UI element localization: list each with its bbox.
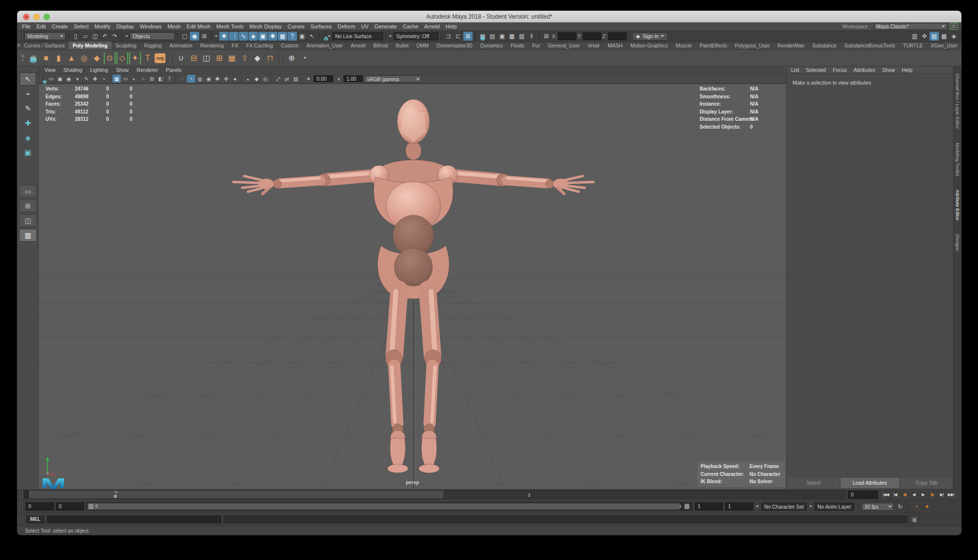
gate-mask-icon[interactable]: ○ <box>139 75 147 83</box>
toggle-attribute-editor-icon[interactable]: ▦ <box>939 32 949 41</box>
ipr-render-icon[interactable]: ▣ <box>498 32 507 41</box>
extrude-icon[interactable]: ⇧ <box>239 51 250 65</box>
multi-cut-grid-icon[interactable]: ⊞ <box>213 51 225 65</box>
select-tool[interactable]: ↖ <box>20 72 36 86</box>
mask-unknown-icon[interactable]: ? <box>288 32 297 41</box>
ae-copy-tab-button[interactable]: Copy Tab <box>900 478 953 488</box>
sculpt-tool-icon[interactable]: ◔ <box>298 51 310 65</box>
ae-menu-item[interactable]: Focus <box>829 67 850 74</box>
command-line-grip[interactable] <box>19 515 23 523</box>
shadows-icon[interactable]: ✜ <box>222 75 230 83</box>
poly-disc-icon[interactable]: ⊙ <box>104 52 115 64</box>
mirror-icon[interactable]: ◫ <box>201 51 212 65</box>
layout-persp-outliner[interactable]: ▥ <box>19 229 37 242</box>
status-line-grip[interactable] <box>19 32 23 40</box>
shelf-tab[interactable]: Curves / Surfaces <box>20 42 68 49</box>
auto-keyframe-icon[interactable]: ✦ <box>923 503 932 510</box>
chevron-down-icon[interactable] <box>215 35 218 37</box>
ae-load-attributes-button[interactable]: Load Attributes <box>841 478 899 488</box>
isolate-select-icon[interactable]: ◒ <box>244 75 252 83</box>
symmetry-field[interactable]: Symmetry: Off <box>393 32 438 40</box>
z-input[interactable] <box>608 32 627 40</box>
anim-layer-selector[interactable]: No Anim Layer <box>815 503 854 511</box>
layout-four-pane[interactable]: ⊞ <box>19 200 37 212</box>
go-to-start-button[interactable]: |◀◀ <box>881 491 890 499</box>
shelf-tab[interactable]: General_User <box>544 42 584 49</box>
play-forwards-button[interactable]: ▶ <box>918 491 928 499</box>
playback-end-field[interactable]: 1 <box>695 502 723 511</box>
view-transform-selector[interactable]: sRGB gamma <box>364 75 422 83</box>
chevron-down-icon[interactable] <box>125 35 128 37</box>
menu-item[interactable]: Modify <box>91 22 113 31</box>
chevron-down-icon[interactable]: ▼ <box>755 504 759 509</box>
layout-single-pane[interactable]: ▭ <box>19 185 37 198</box>
ae-menu-item[interactable]: Show <box>879 67 898 74</box>
range-start-handle[interactable] <box>89 504 93 509</box>
poly-plane-icon[interactable]: ◆ <box>91 51 103 65</box>
titlebar[interactable]: Autodesk Maya 2018 - Student Version: un… <box>17 11 961 22</box>
quad-draw-icon[interactable]: ▱ <box>27 53 39 66</box>
y-input[interactable] <box>583 32 601 40</box>
workspace-lock-icon[interactable]: ⚿ <box>950 23 957 30</box>
mask-surfaces-icon[interactable]: ∿ <box>239 32 248 41</box>
shelf-tab[interactable]: Animation_User <box>302 42 347 49</box>
menu-item[interactable]: Curves <box>285 22 308 31</box>
save-scene-icon[interactable]: ◫ <box>91 32 100 41</box>
shelf-tab[interactable]: nHair <box>584 42 604 49</box>
redo-icon[interactable]: ↷ <box>110 32 119 41</box>
menu-item[interactable]: Cache <box>400 22 421 31</box>
command-input[interactable] <box>47 515 221 523</box>
rotate-tool[interactable]: ◈ <box>20 131 36 144</box>
oblique-icon[interactable]: ⌁ <box>100 75 108 83</box>
textured-icon[interactable]: ◉ <box>205 75 213 83</box>
select-component-icon[interactable]: ⊞ <box>200 32 209 41</box>
shelf-tab[interactable]: Substance <box>808 42 841 49</box>
highlight-selection-icon[interactable]: ↖ <box>307 32 317 41</box>
mask-dynamics-icon[interactable]: ▣ <box>258 32 268 41</box>
absolute-relative-icon[interactable]: ⊞ <box>542 32 551 41</box>
poly-cylinder-icon[interactable]: ▮ <box>53 51 65 65</box>
super-ellipse-icon[interactable]: ✦ <box>129 52 141 64</box>
menu-item[interactable]: Edit <box>34 22 49 31</box>
menu-item[interactable]: Edit Mesh <box>183 22 213 31</box>
field-chart-icon[interactable]: ⊞ <box>148 75 156 83</box>
menu-item[interactable]: Create <box>49 22 71 31</box>
wireframe-on-shaded-icon[interactable]: ◍ <box>196 75 204 83</box>
toggle-modeling-toolkit-icon[interactable]: ▥ <box>910 32 919 41</box>
shelf-tab[interactable]: Bullet <box>392 42 412 49</box>
hypershade-icon[interactable]: ▨ <box>517 32 526 41</box>
workspace-selector[interactable]: Maya Classic* <box>874 23 947 30</box>
loop-playback-icon[interactable]: ↻ <box>896 503 905 510</box>
animation-end-field[interactable]: 1 <box>725 502 753 511</box>
menu-set-selector[interactable]: Modeling <box>24 32 66 40</box>
swap-panels-icon[interactable]: ⇄ <box>283 75 291 83</box>
playback-start-field[interactable]: 0 <box>56 502 84 511</box>
menu-item[interactable]: Mesh Display <box>247 22 285 31</box>
wireframe-icon[interactable]: ◌ <box>178 75 186 83</box>
shelf-tab[interactable]: FX Caching <box>242 42 277 49</box>
shelf-tab[interactable]: Arnold <box>347 42 369 49</box>
go-to-end-button[interactable]: ▶▶| <box>946 491 955 499</box>
x-input[interactable] <box>558 32 576 40</box>
gamma-icon[interactable]: ◑ <box>334 75 342 83</box>
poly-cone-icon[interactable]: ▲ <box>66 51 77 65</box>
select-hierarchy-icon[interactable]: ▢ <box>180 32 189 41</box>
resolution-gate-icon[interactable]: ◐ <box>130 75 138 83</box>
chevron-down-icon[interactable] <box>328 35 331 37</box>
shelf-tab[interactable]: XGen_User <box>927 42 961 49</box>
current-frame-field[interactable]: 0 <box>848 491 878 499</box>
character-set-selector[interactable]: No Character Set <box>761 503 807 511</box>
menu-item[interactable]: Generate <box>371 22 400 31</box>
step-back-frame-button[interactable]: |◀ <box>890 491 900 499</box>
bridge-icon[interactable]: ⊓ <box>264 51 276 65</box>
menu-item[interactable]: Surfaces <box>308 22 335 31</box>
xray-icon[interactable]: ◆ <box>252 75 261 83</box>
shelf-tab[interactable]: Motion Graphics <box>626 42 671 49</box>
camera-attributes-icon[interactable]: ◉ <box>65 75 73 83</box>
new-scene-icon[interactable]: ▯ <box>71 32 80 41</box>
menu-item[interactable]: Windows <box>137 22 165 31</box>
shelf-tab[interactable]: Bifrost <box>369 42 392 49</box>
input-connection-icon[interactable]: ⊐ <box>444 32 453 41</box>
render-current-frame-icon[interactable]: ▤ <box>488 32 497 41</box>
menu-item[interactable]: Deform <box>335 22 358 31</box>
